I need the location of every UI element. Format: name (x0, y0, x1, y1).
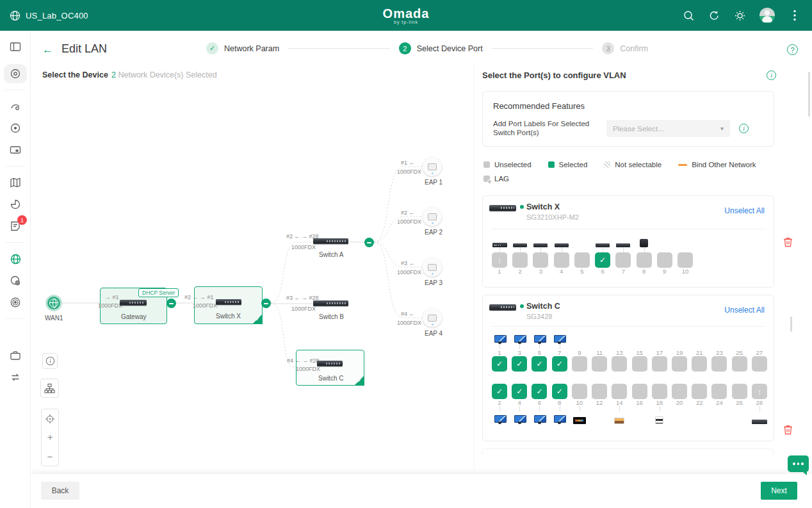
photo-device-icon (614, 418, 624, 424)
selected-swatch (548, 161, 555, 168)
port-7[interactable] (615, 252, 631, 268)
port-7[interactable]: ✓ (552, 356, 567, 372)
port-8[interactable]: ✓ (552, 384, 567, 399)
port-16[interactable] (632, 384, 647, 399)
sidebar-item-clients-monitor[interactable] (0, 139, 31, 161)
port-17[interactable] (652, 356, 667, 372)
port-18[interactable] (652, 384, 667, 399)
switch-a-name: Switch A (319, 251, 343, 258)
zoom-in-icon[interactable]: ＋ (41, 429, 59, 447)
switch-a-collapse-button[interactable] (364, 238, 374, 247)
switch-x-delete-icon[interactable] (783, 236, 793, 247)
sidebar-toggle-icon[interactable] (0, 36, 31, 58)
port-23[interactable] (711, 356, 727, 372)
port-4[interactable]: ✓ (512, 384, 527, 399)
port-22[interactable] (692, 384, 707, 399)
port-15[interactable] (632, 356, 647, 372)
port-28[interactable]: ↑ (752, 384, 767, 399)
port-number-2: 2 (492, 399, 507, 406)
switch-c-delete-icon[interactable] (783, 424, 793, 435)
refresh-icon[interactable] (708, 10, 720, 21)
switch-c-device-image (317, 361, 343, 366)
wan-node[interactable] (45, 295, 62, 311)
port-13[interactable] (612, 356, 627, 372)
port-3[interactable]: ✓ (512, 356, 527, 372)
port-25[interactable] (732, 356, 747, 372)
port-14[interactable] (612, 384, 627, 399)
port-6[interactable]: ✓ (595, 252, 610, 268)
locate-icon[interactable] (41, 410, 59, 428)
eap2-node[interactable] (423, 207, 442, 226)
port-8[interactable] (637, 252, 652, 268)
back-button[interactable]: Back (41, 482, 79, 500)
sidebar-item-logs[interactable]: 1 (0, 215, 31, 237)
port-20[interactable] (672, 384, 687, 399)
port-labels-info-icon[interactable]: i (739, 124, 749, 133)
sidebar-item-viewer[interactable] (0, 63, 31, 85)
port-number-25: 25 (732, 349, 747, 356)
sidebar-item-map[interactable] (0, 172, 31, 193)
sidebar-item-wireless[interactable] (0, 95, 31, 117)
next-button[interactable]: Next (761, 482, 797, 500)
switch-x-unselect-all[interactable]: Unselect All (724, 206, 765, 215)
port-4[interactable] (554, 252, 569, 268)
port-9[interactable] (572, 356, 587, 372)
switch-a-device-image[interactable] (313, 238, 348, 244)
search-icon[interactable] (683, 10, 694, 21)
more-vertical-icon[interactable] (789, 10, 800, 21)
sidebar-item-statistics[interactable] (0, 193, 31, 215)
switch-c-unselect-all[interactable]: Unselect All (724, 306, 765, 315)
eap3-node[interactable] (423, 258, 442, 277)
port-27[interactable] (752, 356, 767, 372)
port-10[interactable] (678, 252, 693, 268)
port-labels-select[interactable]: Please Select...▾ (606, 120, 730, 137)
eap4-node[interactable] (423, 308, 442, 327)
port-10[interactable] (572, 384, 587, 399)
site-name[interactable]: US_Lab_OC400 (26, 11, 88, 20)
port-number-1: 1 (492, 268, 507, 275)
port-5[interactable] (574, 252, 590, 268)
eap1-name: EAP 1 (425, 179, 443, 186)
port-12[interactable] (592, 384, 607, 399)
gateway-name: Gateway (121, 313, 146, 320)
port-2[interactable]: ✓ (492, 384, 507, 399)
sidebar-item-network-active[interactable] (0, 248, 31, 270)
zoom-out-icon[interactable]: − (41, 447, 59, 465)
sidebar-item-profiles[interactable] (0, 291, 31, 313)
panel-scrollbar[interactable] (790, 316, 792, 332)
topology-info-button[interactable] (42, 353, 58, 369)
topology-tree-button[interactable] (40, 379, 59, 398)
switch-x-collapse-button[interactable] (261, 299, 271, 308)
port-1[interactable]: ↑ (492, 252, 507, 268)
port-19[interactable] (672, 356, 687, 372)
switch-b-device-image[interactable] (313, 300, 348, 306)
monitor-device-icon (534, 415, 545, 424)
eap1-node[interactable] (423, 157, 442, 176)
port-3[interactable] (533, 252, 548, 268)
legend-bind-other-network: Bind Other Network (678, 161, 756, 168)
sidebar-item-devices[interactable] (0, 117, 31, 139)
sidebar-item-settings[interactable] (0, 270, 31, 291)
chat-feedback-icon[interactable] (788, 455, 809, 472)
user-avatar[interactable] (759, 8, 775, 23)
port-1[interactable]: ✓ (492, 356, 507, 372)
port-9[interactable] (657, 252, 672, 268)
topbar: US_Lab_OC400 Omada by tp-link (0, 0, 812, 31)
back-arrow-icon[interactable]: ← (42, 44, 53, 56)
port-number-26: 26 (732, 399, 747, 406)
port-2[interactable] (512, 252, 528, 268)
window-scrollbar[interactable] (808, 72, 810, 117)
help-icon[interactable]: ? (787, 44, 798, 55)
port-number-6: 6 (595, 268, 610, 275)
port-21[interactable] (692, 356, 707, 372)
port-5[interactable]: ✓ (532, 356, 547, 372)
port-panel-info-icon[interactable]: i (767, 70, 776, 80)
port-26[interactable] (732, 384, 747, 399)
sidebar-item-toolbox[interactable] (0, 345, 31, 366)
brightness-icon[interactable] (734, 10, 745, 21)
port-24[interactable] (711, 384, 727, 399)
sidebar-item-migration[interactable] (0, 366, 31, 388)
port-11[interactable] (592, 356, 607, 372)
port-6[interactable]: ✓ (532, 384, 547, 399)
gateway-collapse-button[interactable] (166, 299, 176, 308)
